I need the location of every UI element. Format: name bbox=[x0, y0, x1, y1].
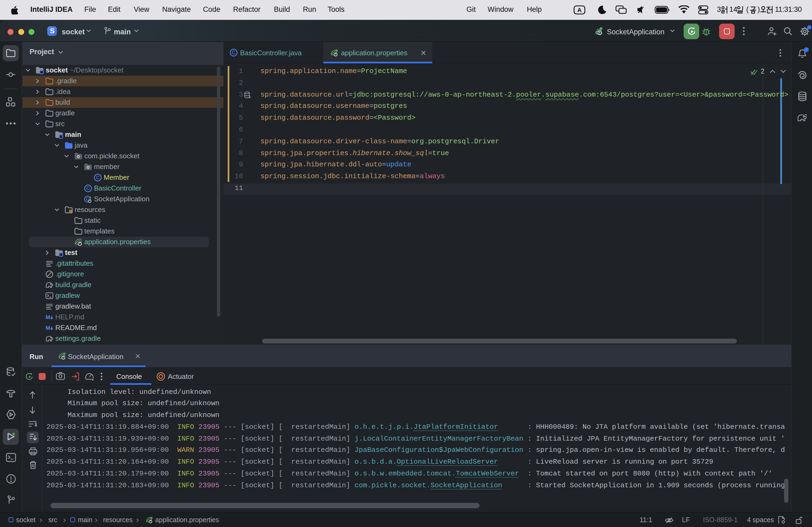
svg-text:C: C bbox=[96, 175, 100, 180]
svg-text:C: C bbox=[232, 50, 235, 55]
svg-text:C: C bbox=[86, 185, 90, 191]
svg-text:M: M bbox=[46, 325, 50, 331]
svg-text:M: M bbox=[46, 314, 50, 320]
svg-text:A: A bbox=[577, 7, 582, 13]
